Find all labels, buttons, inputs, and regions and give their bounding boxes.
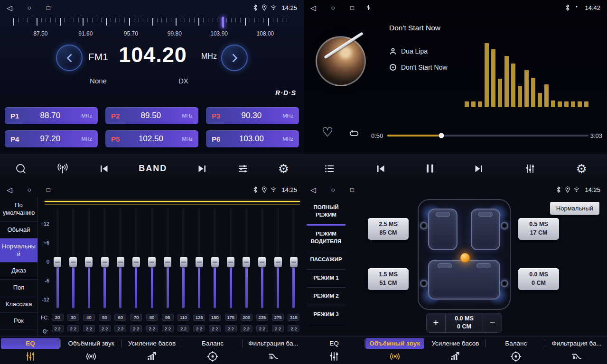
eq-band-thumb[interactable] xyxy=(274,257,282,267)
eq-band-thumb[interactable] xyxy=(258,257,266,267)
back-button[interactable]: ◁ xyxy=(310,186,316,193)
mode-full[interactable]: ПОЛНЫЙ РЕЖИМ xyxy=(307,199,346,226)
equalizer-button[interactable] xyxy=(523,161,538,176)
scan-button[interactable] xyxy=(13,161,29,177)
balance-tab-icon[interactable] xyxy=(486,349,546,364)
preset-button-p3[interactable]: P390.30MHz xyxy=(206,107,299,124)
delay-decrease-button[interactable]: − xyxy=(483,313,502,332)
eq-band-slider[interactable] xyxy=(135,209,137,308)
preset-button-p4[interactable]: P497.20MHz xyxy=(5,130,98,147)
recents-button[interactable]: □ xyxy=(47,5,50,11)
tab-eq[interactable]: EQ xyxy=(1,338,60,349)
balance-tab-icon[interactable] xyxy=(182,349,243,364)
eq-band-thumb[interactable] xyxy=(148,257,156,267)
eq-band-thumb[interactable] xyxy=(85,257,93,267)
eq-band-thumb[interactable] xyxy=(227,257,234,267)
tab-filter[interactable]: Фильтрация ба... xyxy=(244,338,303,349)
eq-preset-default[interactable]: По умолчанию xyxy=(0,197,37,222)
eq-band-slider[interactable] xyxy=(182,209,185,308)
tab-filter[interactable]: Фильтрация ба... xyxy=(547,338,606,349)
preset-button-p5[interactable]: P5102.50MHz xyxy=(105,130,198,147)
eq-preset-classic[interactable]: Классика xyxy=(0,296,37,313)
eq-band-thumb[interactable] xyxy=(54,257,61,267)
previous-station-button[interactable] xyxy=(96,161,112,176)
tab-surround[interactable]: Объёмный звук xyxy=(62,338,121,349)
tune-down-button[interactable] xyxy=(56,45,83,71)
eq-band-slider[interactable] xyxy=(277,209,279,308)
back-button[interactable]: ◁ xyxy=(7,186,12,193)
mode-driver[interactable]: РЕЖИМ ВОДИТЕЛЯ xyxy=(307,226,346,251)
eq-band-slider[interactable] xyxy=(230,209,232,308)
settings-button[interactable]: ⚙ xyxy=(276,161,291,177)
eq-tab-icon[interactable] xyxy=(0,349,61,364)
preset-button-p2[interactable]: P289.50MHz xyxy=(105,107,198,124)
filter-tab-icon[interactable] xyxy=(243,349,304,364)
preset-button-p6[interactable]: P6103.00MHz xyxy=(206,130,299,147)
eq-preset-normal[interactable]: Нормальный xyxy=(0,238,37,263)
playlist-button[interactable] xyxy=(322,161,337,176)
previous-track-button[interactable] xyxy=(373,161,388,176)
eq-band-slider[interactable] xyxy=(167,209,169,308)
eq-band-slider[interactable] xyxy=(119,209,121,308)
eq-preset-pop[interactable]: Поп xyxy=(0,280,37,296)
recents-button[interactable]: □ xyxy=(47,187,50,193)
broadcast-button[interactable] xyxy=(55,161,71,177)
eq-preset-rock[interactable]: Рок xyxy=(0,313,37,329)
eq-band-slider[interactable] xyxy=(245,209,248,308)
back-button[interactable]: ◁ xyxy=(7,4,12,11)
next-station-button[interactable] xyxy=(195,161,210,176)
eq-band-slider[interactable] xyxy=(214,209,216,308)
progress-knob[interactable] xyxy=(439,133,444,138)
car-cabin-diagram[interactable] xyxy=(418,199,511,310)
front-left-delay[interactable]: 2.5 MS 85 CM xyxy=(368,218,409,240)
sound-preset-button[interactable]: Нормальный xyxy=(550,202,599,215)
eq-tab-icon[interactable] xyxy=(304,349,364,364)
mode-1[interactable]: РЕЖИМ 1 xyxy=(307,270,346,288)
next-track-button[interactable] xyxy=(471,161,486,176)
bass-boost-tab-icon[interactable] xyxy=(121,349,182,364)
mode-passenger[interactable]: ПАССАЖИР xyxy=(307,251,346,270)
eq-band-thumb[interactable] xyxy=(101,257,109,267)
eq-band-thumb[interactable] xyxy=(243,257,250,267)
back-button[interactable]: ◁ xyxy=(310,4,316,11)
favorite-button[interactable]: ♡ xyxy=(322,126,333,139)
tab-eq[interactable]: EQ xyxy=(305,338,364,349)
tab-balance[interactable]: Баланс xyxy=(486,338,545,349)
bass-boost-tab-icon[interactable] xyxy=(425,349,486,364)
frequency-scale[interactable]: 87.50 91.60 95.70 99.80 103.90 108.00 xyxy=(13,18,291,39)
listening-position-marker[interactable] xyxy=(460,253,470,263)
eq-band-slider[interactable] xyxy=(72,209,75,308)
filter-tab-icon[interactable] xyxy=(546,349,607,364)
front-right-delay[interactable]: 0.5 MS 17 CM xyxy=(518,218,559,240)
pause-button[interactable] xyxy=(425,163,435,174)
preset-button-p1[interactable]: P188.70MHz xyxy=(5,107,98,124)
tab-balance[interactable]: Баланс xyxy=(183,338,242,349)
tab-bass-boost[interactable]: Усиление басов xyxy=(426,338,485,349)
home-button[interactable]: ○ xyxy=(331,4,335,11)
eq-band-thumb[interactable] xyxy=(180,257,187,267)
eq-band-slider[interactable] xyxy=(198,209,200,308)
eq-band-thumb[interactable] xyxy=(211,257,219,267)
settings-button[interactable]: ⚙ xyxy=(574,161,589,177)
rear-left-delay[interactable]: 1.5 MS 51 CM xyxy=(368,268,409,290)
eq-band-slider[interactable] xyxy=(292,209,295,308)
repeat-button[interactable] xyxy=(348,128,360,141)
eq-band-thumb[interactable] xyxy=(164,257,171,267)
tune-up-button[interactable] xyxy=(221,45,248,71)
mode-2[interactable]: РЕЖИМ 2 xyxy=(307,288,346,306)
surround-tab-icon[interactable] xyxy=(61,349,121,364)
recents-button[interactable]: □ xyxy=(350,5,354,11)
eq-band-slider[interactable] xyxy=(56,209,59,308)
eq-band-thumb[interactable] xyxy=(117,257,124,267)
seek-bar[interactable] xyxy=(387,135,588,136)
eq-band-thumb[interactable] xyxy=(290,257,298,267)
tab-bass-boost[interactable]: Усиление басов xyxy=(122,338,181,349)
home-button[interactable]: ○ xyxy=(28,4,31,11)
surround-tab-icon[interactable] xyxy=(364,349,425,364)
rear-right-delay[interactable]: 0.0 MS 0 CM xyxy=(518,268,559,290)
eq-band-slider[interactable] xyxy=(261,209,263,308)
home-button[interactable]: ○ xyxy=(331,186,335,193)
eq-band-thumb[interactable] xyxy=(196,257,203,267)
eq-preset-jazz[interactable]: Джаз xyxy=(0,263,37,279)
eq-preset-custom[interactable]: Обычай xyxy=(0,222,37,238)
